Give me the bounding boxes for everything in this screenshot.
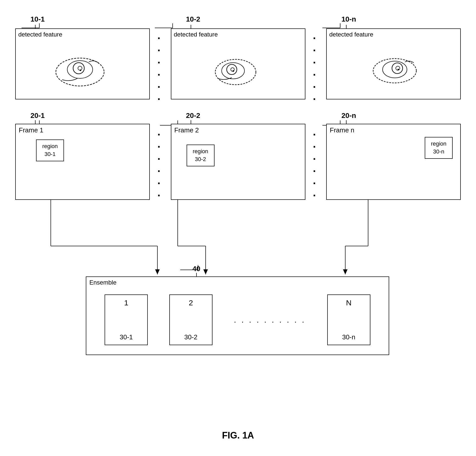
feature-group-10-1: 10-1 detected feature: [15, 15, 150, 99]
ensemble-inner: 1 30-1 2 30-2 . . . . . . . . . . N 30-n: [86, 288, 389, 352]
ensemble-item-1-bottom: 30-1: [120, 333, 133, 341]
frame-box-20-2: Frame 2 region30-2: [171, 124, 305, 200]
frame-group-20-n: 20-n Frame n region30-n: [326, 112, 461, 200]
frame-label-20-1: 20-1: [30, 112, 45, 120]
top-row: 10-1 detected feature: [15, 15, 461, 101]
feature-group-10-2: 10-2 detected feature: [171, 15, 305, 99]
feature-box-label-10-2: detected feature: [171, 29, 305, 40]
ensemble-item-1-top: 1: [124, 299, 128, 307]
ensemble-section: 40 Ensemble 1 30-1 2 30-2 . . . . . . . …: [86, 265, 389, 355]
svg-point-33: [227, 64, 237, 75]
region-box-30-1: region30-1: [36, 139, 64, 161]
ensemble-item-n: N 30-n: [327, 294, 370, 345]
ensemble-item-2-bottom: 30-2: [184, 333, 198, 341]
region-box-30-2: region30-2: [187, 145, 215, 166]
svg-point-31: [215, 59, 256, 85]
feature-box-10-n: detected feature: [326, 28, 461, 99]
top-dots-2: . . . . . .: [305, 30, 326, 101]
frame-group-20-2: 20-2 Frame 2 region30-2: [171, 112, 305, 200]
feature-box-10-2: detected feature: [171, 28, 305, 99]
frame-label-20-2: 20-2: [186, 112, 200, 120]
frame-box-title-20-1: Frame 1: [16, 124, 149, 136]
svg-point-35: [233, 70, 234, 72]
ensemble-title: Ensemble: [86, 277, 389, 288]
feature-box-10-1: detected feature: [15, 28, 150, 99]
svg-point-30: [80, 69, 81, 71]
ensemble-item-n-top: N: [346, 299, 352, 307]
ensemble-item-2: 2 30-2: [169, 294, 212, 345]
feature-label-10-1: 10-1: [30, 15, 45, 23]
frame-box-title-20-2: Frame 2: [171, 124, 305, 136]
svg-point-26: [56, 58, 104, 86]
figure-label: FIG. 1A: [0, 430, 476, 441]
ensemble-item-1: 1 30-1: [105, 294, 148, 345]
top-dots-1: . . . . . .: [150, 30, 171, 101]
region-label-30-1: region30-1: [41, 143, 59, 158]
feature-box-label-10-1: detected feature: [16, 29, 149, 40]
ensemble-box: Ensemble 1 30-1 2 30-2 . . . . . . . . .…: [86, 276, 389, 355]
feature-group-10-n: 10-n detected feature: [326, 15, 461, 99]
frame-box-20-n: Frame n region30-n: [326, 124, 461, 200]
main-container: 10-1 detected feature: [0, 0, 476, 456]
frame-box-title-20-n: Frame n: [327, 124, 460, 136]
feature-box-label-10-n: detected feature: [327, 29, 460, 40]
eye-svg-10-n: [360, 49, 426, 90]
svg-point-40: [398, 69, 399, 70]
middle-dots-1: . . . . . .: [150, 127, 171, 198]
svg-point-29: [78, 66, 82, 70]
frame-group-20-1: 20-1 Frame 1 region30-1: [15, 112, 150, 200]
feature-eye-10-2: [171, 40, 305, 99]
region-box-30-n: region30-n: [425, 137, 453, 159]
region-label-30-n: region30-n: [430, 140, 448, 156]
feature-eye-10-1: [16, 40, 149, 99]
feature-label-10-n: 10-n: [341, 15, 356, 23]
eye-svg-10-2: [205, 49, 271, 90]
feature-eye-10-n: [327, 40, 460, 99]
svg-point-27: [67, 61, 93, 78]
ensemble-dots: . . . . . . . . . .: [234, 315, 306, 325]
middle-dots-2: . . . . . .: [305, 127, 326, 198]
middle-row: 20-1 Frame 1 region30-1 . . . . . . 20-2…: [15, 112, 461, 200]
frame-label-20-n: 20-n: [341, 112, 356, 120]
svg-point-36: [373, 59, 416, 83]
frame-box-20-1: Frame 1 region30-1: [15, 124, 150, 200]
eye-svg-10-1: [50, 49, 116, 90]
ensemble-item-2-top: 2: [189, 299, 193, 307]
feature-label-10-2: 10-2: [186, 15, 200, 23]
svg-point-28: [73, 63, 84, 74]
ensemble-bracket-label: 40: [192, 265, 200, 273]
svg-point-38: [392, 63, 403, 74]
ensemble-item-n-bottom: 30-n: [342, 333, 355, 341]
region-label-30-2: region30-2: [192, 148, 209, 163]
